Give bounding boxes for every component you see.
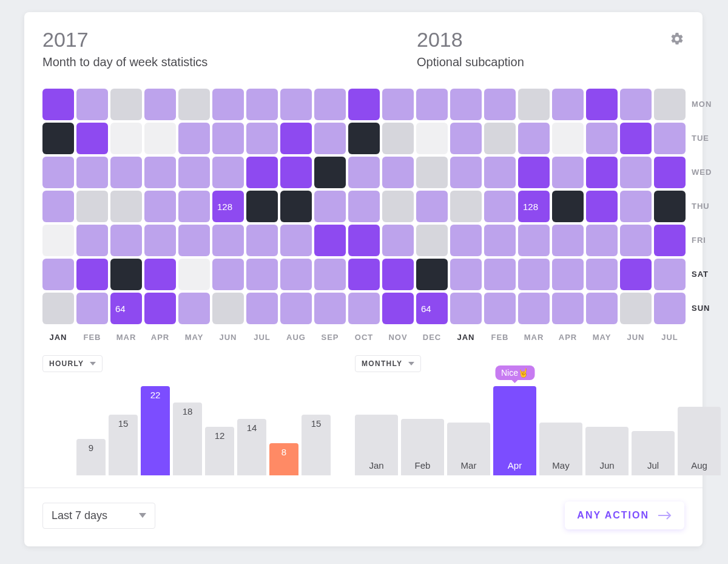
monthly-bar[interactable]: Mar xyxy=(447,423,490,475)
heatmap-cell[interactable] xyxy=(42,191,74,222)
heatmap-cell[interactable] xyxy=(450,123,482,154)
heatmap-cell[interactable] xyxy=(654,259,686,290)
monthly-bar[interactable]: Jan xyxy=(355,415,398,475)
heatmap-cell[interactable] xyxy=(246,123,278,154)
hourly-bar[interactable]: 14 xyxy=(237,419,266,475)
heatmap-cell[interactable] xyxy=(246,89,278,120)
heatmap-cell[interactable] xyxy=(382,123,414,154)
heatmap-cell[interactable] xyxy=(110,123,142,154)
heatmap-cell[interactable] xyxy=(484,225,516,256)
heatmap-cell[interactable] xyxy=(416,259,448,290)
heatmap-cell[interactable] xyxy=(416,123,448,154)
heatmap-cell[interactable] xyxy=(178,123,210,154)
heatmap-cell[interactable] xyxy=(348,157,380,188)
heatmap-cell[interactable] xyxy=(42,89,74,120)
heatmap-cell[interactable] xyxy=(450,225,482,256)
heatmap-cell[interactable] xyxy=(314,259,346,290)
heatmap-cell[interactable] xyxy=(586,259,618,290)
heatmap-cell[interactable] xyxy=(178,225,210,256)
heatmap-cell[interactable] xyxy=(212,157,244,188)
heatmap-cell[interactable] xyxy=(586,89,618,120)
hourly-bar[interactable]: 9 xyxy=(76,439,106,475)
heatmap-cell[interactable] xyxy=(586,157,618,188)
settings-button[interactable] xyxy=(670,32,684,49)
heatmap-cell[interactable] xyxy=(314,191,346,222)
heatmap-cell[interactable] xyxy=(314,293,346,324)
heatmap-cell[interactable] xyxy=(552,191,584,222)
heatmap-cell[interactable] xyxy=(654,225,686,256)
heatmap-cell[interactable] xyxy=(620,123,652,154)
heatmap-cell[interactable]: 64 xyxy=(110,293,142,324)
heatmap-cell[interactable] xyxy=(620,293,652,324)
heatmap-cell[interactable] xyxy=(620,89,652,120)
hourly-bar[interactable]: 8 xyxy=(269,443,298,475)
heatmap-cell[interactable] xyxy=(484,123,516,154)
heatmap-cell[interactable] xyxy=(314,123,346,154)
heatmap-cell[interactable] xyxy=(314,89,346,120)
heatmap-cell[interactable] xyxy=(348,293,380,324)
heatmap-cell[interactable] xyxy=(518,225,550,256)
heatmap-cell[interactable] xyxy=(212,89,244,120)
heatmap-cell[interactable] xyxy=(76,293,108,324)
heatmap-cell[interactable]: 128 xyxy=(518,191,550,222)
heatmap-cell[interactable] xyxy=(280,157,312,188)
heatmap-cell[interactable] xyxy=(620,157,652,188)
heatmap-cell[interactable] xyxy=(382,225,414,256)
heatmap-cell[interactable] xyxy=(552,157,584,188)
heatmap-cell[interactable] xyxy=(178,191,210,222)
hourly-bar[interactable]: 18 xyxy=(173,403,202,475)
heatmap-cell[interactable] xyxy=(586,123,618,154)
heatmap-cell[interactable] xyxy=(42,157,74,188)
heatmap-cell[interactable] xyxy=(620,259,652,290)
heatmap-cell[interactable] xyxy=(586,225,618,256)
monthly-bar[interactable]: Jun xyxy=(585,427,629,475)
heatmap-cell[interactable] xyxy=(484,89,516,120)
heatmap-cell[interactable] xyxy=(586,191,618,222)
hourly-bar[interactable]: 15 xyxy=(302,415,331,475)
heatmap-cell[interactable] xyxy=(518,123,550,154)
heatmap-cell[interactable] xyxy=(110,259,142,290)
monthly-selector[interactable]: MONTHLY xyxy=(355,355,421,372)
heatmap-cell[interactable] xyxy=(552,293,584,324)
hourly-selector[interactable]: HOURLY xyxy=(42,355,103,372)
heatmap-cell[interactable] xyxy=(76,191,108,222)
heatmap-cell[interactable] xyxy=(76,259,108,290)
heatmap-cell[interactable]: 64 xyxy=(416,293,448,324)
heatmap-cell[interactable] xyxy=(382,89,414,120)
monthly-bar[interactable]: Aug xyxy=(678,407,721,475)
heatmap-cell[interactable] xyxy=(654,89,686,120)
heatmap-cell[interactable] xyxy=(110,191,142,222)
heatmap-cell[interactable] xyxy=(586,293,618,324)
heatmap-cell[interactable] xyxy=(212,259,244,290)
heatmap-cell[interactable] xyxy=(552,225,584,256)
heatmap-cell[interactable] xyxy=(42,293,74,324)
heatmap-cell[interactable] xyxy=(314,225,346,256)
heatmap-cell[interactable] xyxy=(144,225,176,256)
heatmap-cell[interactable] xyxy=(110,157,142,188)
heatmap-cell[interactable] xyxy=(110,225,142,256)
heatmap-cell[interactable] xyxy=(178,89,210,120)
heatmap-cell[interactable] xyxy=(552,123,584,154)
heatmap-cell[interactable] xyxy=(348,191,380,222)
heatmap-cell[interactable] xyxy=(212,293,244,324)
heatmap-cell[interactable] xyxy=(450,157,482,188)
heatmap-cell[interactable] xyxy=(484,191,516,222)
hourly-bar[interactable]: 12 xyxy=(205,427,234,475)
heatmap-cell[interactable] xyxy=(280,123,312,154)
heatmap-cell[interactable] xyxy=(246,157,278,188)
heatmap-cell[interactable] xyxy=(518,259,550,290)
heatmap-cell[interactable] xyxy=(144,259,176,290)
heatmap-cell[interactable] xyxy=(280,259,312,290)
heatmap-cell[interactable] xyxy=(144,123,176,154)
heatmap-cell[interactable] xyxy=(382,293,414,324)
heatmap-cell[interactable] xyxy=(178,157,210,188)
heatmap-cell[interactable] xyxy=(552,89,584,120)
monthly-bar[interactable]: AprNice🤘 xyxy=(493,386,536,475)
heatmap-cell[interactable] xyxy=(280,293,312,324)
heatmap-cell[interactable] xyxy=(450,191,482,222)
heatmap-cell[interactable] xyxy=(382,157,414,188)
heatmap-cell[interactable] xyxy=(178,293,210,324)
heatmap-cell[interactable] xyxy=(450,89,482,120)
heatmap-cell[interactable] xyxy=(280,89,312,120)
heatmap-cell[interactable] xyxy=(42,225,74,256)
